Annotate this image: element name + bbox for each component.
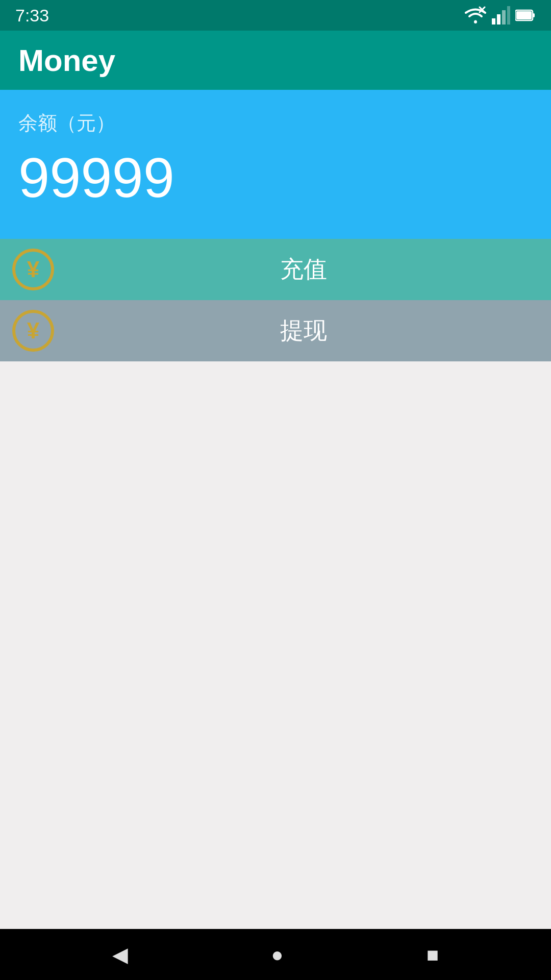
svg-rect-9 (516, 11, 532, 19)
main-content (0, 361, 551, 929)
withdraw-button[interactable]: ¥ 提现 (0, 300, 551, 361)
home-button[interactable]: ● (266, 938, 288, 971)
recharge-button[interactable]: ¥ 充值 (0, 239, 551, 300)
withdraw-label: 提现 (66, 315, 541, 347)
svg-rect-4 (497, 14, 500, 24)
nav-bar: ◀ ● ■ (0, 929, 551, 980)
svg-rect-8 (533, 13, 535, 17)
svg-text:¥: ¥ (27, 257, 40, 282)
balance-label: 余额（元） (18, 110, 533, 136)
svg-point-0 (474, 20, 477, 23)
recharge-label: 充值 (66, 254, 541, 285)
recharge-yen-icon: ¥ (10, 247, 56, 292)
app-bar: Money (0, 31, 551, 90)
status-time: 7:33 (15, 6, 49, 26)
back-icon: ◀ (112, 943, 128, 966)
svg-rect-6 (507, 6, 510, 24)
home-icon: ● (271, 943, 283, 966)
balance-amount: 99999 (18, 146, 533, 208)
app-title: Money (18, 43, 115, 78)
status-bar: 7:33 (0, 0, 551, 31)
signal-icon (492, 6, 510, 24)
svg-rect-5 (502, 10, 506, 24)
withdraw-yen-icon: ¥ (10, 308, 56, 354)
wifi-icon (464, 6, 487, 24)
battery-icon (515, 9, 536, 22)
svg-rect-3 (492, 18, 495, 24)
svg-text:¥: ¥ (27, 318, 40, 343)
back-button[interactable]: ◀ (107, 938, 133, 971)
balance-section: 余额（元） 99999 (0, 90, 551, 239)
recent-icon: ■ (427, 943, 439, 966)
recent-button[interactable]: ■ (421, 938, 444, 971)
status-icons (464, 6, 536, 24)
